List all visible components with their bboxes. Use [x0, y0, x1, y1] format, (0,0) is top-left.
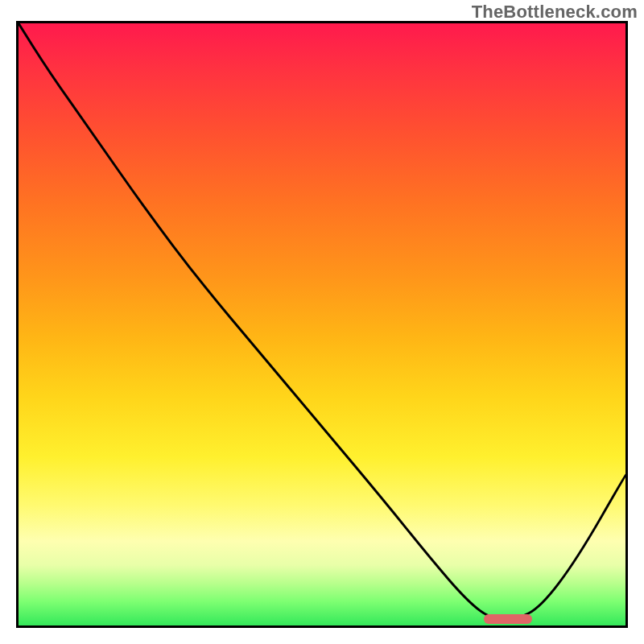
plot-area — [16, 21, 628, 628]
bottleneck-curve — [19, 23, 625, 625]
watermark-text: TheBottleneck.com — [472, 2, 638, 23]
optimal-range-marker — [484, 614, 533, 624]
chart-stage: TheBottleneck.com — [0, 0, 644, 644]
